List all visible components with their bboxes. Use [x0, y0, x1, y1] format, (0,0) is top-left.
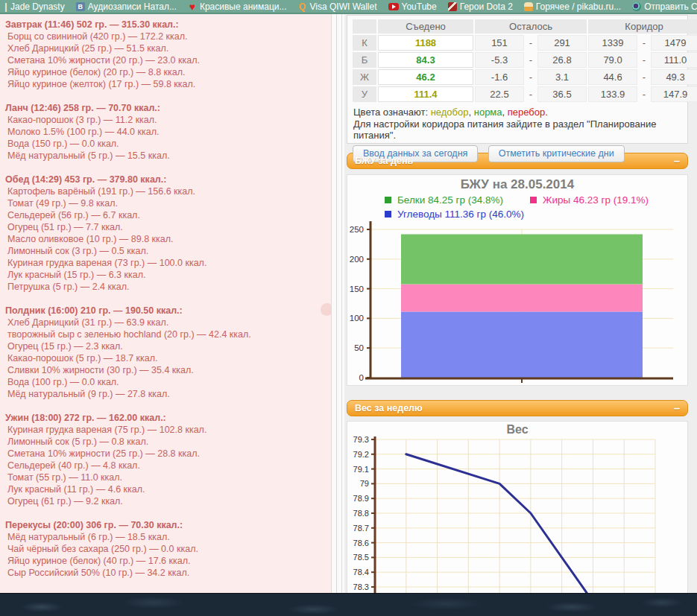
mark-critical-days-button[interactable]: Отметить критические дни — [488, 145, 625, 162]
meal-item: Хлеб Дарницкий (25 гр.) — 51.5 ккал. — [5, 42, 331, 54]
weight-line-chart: 79.379.279.17978.978.878.778.678.578.478… — [347, 436, 685, 594]
svg-text:78.4: 78.4 — [353, 568, 369, 577]
legend-label: Жиры 46.23 гр (19.1%) — [543, 193, 649, 207]
corridor-note: Для настройки коридора питания зайдите в… — [353, 118, 684, 141]
bookmark-label: Jade Dynasty — [10, 1, 65, 12]
scrollbar-track[interactable] — [331, 14, 345, 594]
youtube-icon — [388, 3, 399, 10]
meal-item: Борщ со свининой (420 гр.) — 172.2 ккал. — [5, 31, 331, 42]
corridor-min-value: 1339 — [588, 35, 637, 51]
qiwi-icon: Q — [298, 2, 307, 11]
svg-text:78.7: 78.7 — [353, 524, 369, 533]
left-min-value: -1.6 — [475, 69, 524, 85]
bookmark-item[interactable]: |Jade Dynasty — [4, 1, 65, 12]
bookmark-item[interactable]: ♥Красивые анимаци... — [188, 1, 287, 12]
svg-text:78.9: 78.9 — [353, 494, 369, 503]
bookmark-item[interactable]: Отправить Ch — [632, 1, 697, 12]
dash-separator: - — [639, 52, 649, 68]
meal-header: Перекусы (20:00) 306 гр. — 70.30 ккал.: — [5, 519, 331, 531]
meal-header: Ужин (18:00) 272 гр. — 162.00 ккал.: — [5, 412, 331, 424]
corridor-max-value: 147.9 — [651, 86, 697, 102]
corridor-min-value: 79.0 — [588, 52, 637, 68]
legend-swatch — [385, 211, 391, 217]
legend-label: Углеводы 111.36 гр (46.0%) — [397, 207, 524, 221]
meal-item: Лук красный (11 гр.) — 4.6 ккал. — [5, 483, 331, 495]
left-max-value: 26.8 — [537, 52, 587, 68]
meal-item: Картофель варёный (191 гр.) — 156.6 ккал… — [5, 185, 331, 197]
minimize-icon[interactable]: – — [674, 157, 680, 165]
bookmark-label: Отправить Ch — [644, 1, 697, 12]
nutrition-summary-block: СъеденоОсталосьКоридорК1188151-2911339-1… — [347, 15, 688, 144]
bookmark-item[interactable]: YouTube — [388, 1, 437, 12]
bookmark-label: Герои Dota 2 — [460, 1, 513, 12]
meal-item: Куриная грудка вареная (73 гр.) — 100.0 … — [5, 257, 331, 269]
dash-separator: - — [639, 35, 649, 51]
svg-text:0: 0 — [359, 373, 364, 382]
meal-item: Куриная грудка вареная (75 гр.) — 102.8 … — [5, 424, 331, 436]
dash-separator: - — [526, 69, 536, 85]
dash-separator: - — [639, 86, 649, 102]
row-label: У — [353, 86, 376, 102]
corridor-min-value: 44.6 — [588, 69, 637, 85]
left-max-value: 36.5 — [537, 86, 587, 102]
dash-separator: - — [639, 69, 649, 85]
bju-stacked-bar-chart: 050100150200250 — [347, 221, 685, 384]
meal-item: Какао-порошок (5 гр.) — 18.7 ккал. — [5, 352, 331, 364]
bookmark-label: Горячее / pikabu.ru... — [536, 1, 621, 12]
meal-item: Лимонный сок (5 гр.) — 0.8 ккал. — [5, 436, 331, 448]
meal-header: Обед (14:29) 453 гр. — 379.80 ккал.: — [5, 174, 331, 185]
meal-item: Сметана 10% жирности (25 гр.) — 28.8 кка… — [5, 448, 331, 460]
bookmark-item[interactable]: QVisa QIWI Wallet — [298, 1, 377, 12]
bju-chart-title: БЖУ на 28.05.2014 — [347, 177, 687, 192]
weight-section-header[interactable]: Вес за неделю – — [347, 400, 688, 416]
corner-cell — [353, 19, 376, 34]
bookmark-item[interactable]: Горячее / pikabu.ru... — [524, 1, 621, 12]
legend-item: Углеводы 111.36 гр (46.0%) — [385, 207, 524, 221]
bookmark-item[interactable]: ВАудиозаписи Натал... — [76, 1, 177, 12]
meal-item: Масло оливковое (10 гр.) — 89.8 ккал. — [5, 233, 331, 245]
meal-item: Хлеб Дарницкий (31 гр.) — 63.9 ккал. — [5, 317, 331, 328]
meal-item: Вода (100 гр.) — 0.0 ккал. — [5, 376, 331, 388]
meal-item: творожный сыр с зеленью hochland (20 гр.… — [5, 328, 331, 340]
legend-text: , — [469, 107, 474, 118]
minimize-icon[interactable]: – — [674, 404, 680, 412]
legend-text: . — [545, 107, 548, 118]
svg-text:79.1: 79.1 — [353, 465, 369, 474]
legend-label: Белки 84.25 гр (34.8%) — [397, 193, 503, 207]
meal-section: Завтрак (11:46) 502 гр. — 315.30 ккал.:Б… — [5, 19, 331, 90]
eaten-value: 46.2 — [378, 69, 473, 85]
weight-chart-panel: Вес 79.379.279.17978.978.878.778.678.578… — [347, 421, 688, 594]
legend-text: Цвета означают: — [353, 107, 431, 118]
bookmark-item[interactable]: Герои Dota 2 — [448, 1, 513, 12]
table-row: Ж46.2-1.6-3.144.6-49.3 — [353, 69, 697, 85]
weight-section-title: Вес за неделю — [355, 403, 423, 413]
corridor-min-value: 133.9 — [588, 86, 637, 102]
food-diary-panel: Завтрак (11:46) 502 гр. — 315.30 ккал.:Б… — [0, 14, 331, 594]
corridor-max-value: 111.0 — [651, 52, 697, 68]
svg-text:78.3: 78.3 — [353, 582, 369, 591]
meal-section: Перекусы (20:00) 306 гр. — 70.30 ккал.:М… — [5, 519, 331, 579]
weight-chart-title: Вес — [347, 423, 687, 436]
column-header-eaten: Съедено — [378, 19, 473, 34]
meal-header: Полдник (16:00) 210 гр. — 190.50 ккал.: — [5, 305, 331, 317]
svg-text:100: 100 — [350, 314, 364, 323]
legend-swatch — [385, 197, 391, 203]
bookmark-label: YouTube — [402, 1, 437, 12]
bju-chart-legend: Белки 84.25 гр (34.8%)Жиры 46.23 гр (19.… — [385, 193, 687, 221]
meal-item: Томат (55 гр.) — 11.0 ккал. — [5, 471, 331, 483]
status-word-under: недобор — [431, 107, 469, 118]
bookmark-label: Красивые анимаци... — [200, 1, 287, 12]
svg-text:79.3: 79.3 — [353, 436, 369, 444]
summary-panel: СъеденоОсталосьКоридорК1188151-2911339-1… — [344, 14, 697, 594]
meal-item: Молоко 1.5% (100 гр.) — 44.0 ккал. — [5, 126, 331, 138]
corridor-max-value: 49.3 — [651, 69, 697, 85]
svg-text:78.8: 78.8 — [353, 509, 369, 518]
svg-text:150: 150 — [350, 285, 364, 293]
eaten-value: 111.4 — [378, 86, 473, 102]
bju-section-title: БЖУ за день — [355, 156, 413, 166]
table-row: К1188151-2911339-1479 — [353, 35, 697, 51]
meal-item: Мёд натуральный (6 гр.) — 18.5 ккал. — [5, 531, 331, 543]
svg-text:78.5: 78.5 — [353, 553, 369, 562]
vk-icon: В — [76, 2, 85, 11]
left-min-value: -5.3 — [475, 52, 524, 68]
